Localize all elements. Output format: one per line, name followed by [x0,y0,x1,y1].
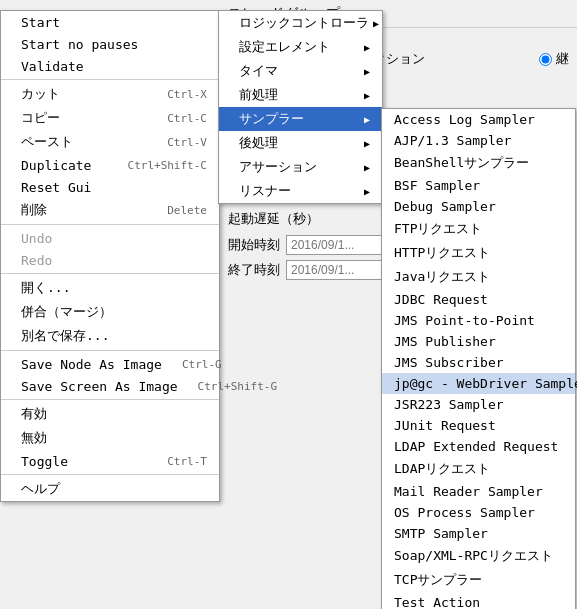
menu-item-sampler-arrow: ▶ [364,114,370,125]
menu-item-copy-label: コピー [21,109,147,127]
menu-item-enabled[interactable]: 有効 [1,402,219,426]
test-action-label: Test Action [394,595,480,609]
menu-item-delete-shortcut: Delete [167,204,207,217]
menu-item-sampler[interactable]: サンプラー ▶ [219,107,382,131]
end-time-label: 終了時刻 [228,261,280,279]
menu-item-save-node-image[interactable]: Save Node As Image Ctrl-G [1,353,219,375]
menu-item-java-request[interactable]: Javaリクエスト [382,265,575,289]
menu-item-ftp-request[interactable]: FTPリクエスト [382,217,575,241]
menu-item-save-screen-image[interactable]: Save Screen As Image Ctrl+Shift-G [1,375,219,397]
menu-item-ldap-request[interactable]: LDAPリクエスト [382,457,575,481]
menu-item-start-no-pauses[interactable]: Start no pauses [1,33,219,55]
jp-webdriver-sampler-label: jp@gc - WebDriver Sampler [394,376,577,391]
menu-item-paste[interactable]: ペースト Ctrl-V [1,130,219,154]
menu-item-save-node-image-label: Save Node As Image [21,357,162,372]
menu-item-merge[interactable]: 併合（マージ） [1,300,219,324]
menu-item-sampler-label: サンプラー [239,110,360,128]
jms-publisher-label: JMS Publisher [394,334,496,349]
menu-item-mail-reader-sampler[interactable]: Mail Reader Sampler [382,481,575,502]
menu-item-http-request[interactable]: HTTPリクエスト [382,241,575,265]
menu-item-listener-arrow: ▶ [364,186,370,197]
menu-item-ldap-extended-request[interactable]: LDAP Extended Request [382,436,575,457]
context-menu-level2: ロジックコントローラ ▶ 設定エレメント ▶ タイマ ▶ 前処理 ▶ サンプラー… [218,10,383,204]
jms-point-to-point-label: JMS Point-to-Point [394,313,535,328]
menu-item-config-element[interactable]: 設定エレメント ▶ [219,35,382,59]
separator-4 [1,350,219,351]
start-time-label: 開始時刻 [228,236,280,254]
menu-item-debug-sampler[interactable]: Debug Sampler [382,196,575,217]
menu-item-toggle-label: Toggle [21,454,147,469]
menu-item-assertion-label: アサーション [239,158,360,176]
menu-item-timer-label: タイマ [239,62,360,80]
menu-item-logic-controller[interactable]: ロジックコントローラ ▶ [219,11,382,35]
menu-item-save-screen-image-shortcut: Ctrl+Shift-G [198,380,277,393]
menu-item-copy[interactable]: コピー Ctrl-C [1,106,219,130]
menu-item-toggle-shortcut: Ctrl-T [167,455,207,468]
menu-item-start-no-pauses-label: Start no pauses [21,37,207,52]
menu-item-copy-shortcut: Ctrl-C [167,112,207,125]
continue-radio[interactable] [539,53,552,66]
menu-item-duplicate[interactable]: Duplicate Ctrl+Shift-C [1,154,219,176]
menu-item-post-processor-label: 後処理 [239,134,360,152]
menu-item-soap-xmlrpc-request[interactable]: Soap/XML-RPCリクエスト [382,544,575,568]
beanshell-sampler-label: BeanShellサンプラー [394,154,529,172]
menu-item-start[interactable]: Start [1,11,219,33]
separator-6 [1,474,219,475]
menu-item-jms-point-to-point[interactable]: JMS Point-to-Point [382,310,575,331]
menu-item-beanshell-sampler[interactable]: BeanShellサンプラー [382,151,575,175]
menu-item-validate[interactable]: Validate [1,55,219,77]
menu-item-reset-gui[interactable]: Reset Gui [1,176,219,198]
menu-item-ajp13-sampler[interactable]: AJP/1.3 Sampler [382,130,575,151]
menu-item-help[interactable]: ヘルプ [1,477,219,501]
menu-item-post-processor[interactable]: 後処理 ▶ [219,131,382,155]
menu-item-junit-request[interactable]: JUnit Request [382,415,575,436]
menu-item-jdbc-request[interactable]: JDBC Request [382,289,575,310]
menu-item-post-processor-arrow: ▶ [364,138,370,149]
menu-item-start-label: Start [21,15,207,30]
continue-label: 継 [556,50,569,68]
menu-item-pre-processor[interactable]: 前処理 ▶ [219,83,382,107]
menu-item-smtp-sampler[interactable]: SMTP Sampler [382,523,575,544]
menu-item-disabled-item[interactable]: 無効 [1,426,219,450]
menu-item-pre-processor-arrow: ▶ [364,90,370,101]
menu-item-enabled-label: 有効 [21,405,207,423]
menu-item-bsf-sampler[interactable]: BSF Sampler [382,175,575,196]
menu-item-access-log-sampler[interactable]: Access Log Sampler [382,109,575,130]
menu-item-save-as-label: 別名で保存... [21,327,207,345]
menu-item-timer[interactable]: タイマ ▶ [219,59,382,83]
ldap-extended-request-label: LDAP Extended Request [394,439,558,454]
menu-item-disabled-item-label: 無効 [21,429,207,447]
separator-1 [1,79,219,80]
context-menu-level1: Start Start no pauses Validate カット Ctrl-… [0,10,220,502]
menu-item-test-action[interactable]: Test Action [382,592,575,609]
menu-item-os-process-sampler[interactable]: OS Process Sampler [382,502,575,523]
jms-subscriber-label: JMS Subscriber [394,355,504,370]
http-request-label: HTTPリクエスト [394,244,490,262]
menu-item-listener-label: リスナー [239,182,360,200]
menu-item-redo: Redo [1,249,219,271]
menu-item-open[interactable]: 開く... [1,276,219,300]
menu-item-cut[interactable]: カット Ctrl-X [1,82,219,106]
menu-item-jms-publisher[interactable]: JMS Publisher [382,331,575,352]
separator-5 [1,399,219,400]
menu-item-save-node-image-shortcut: Ctrl-G [182,358,222,371]
menu-item-save-screen-image-label: Save Screen As Image [21,379,178,394]
menu-item-config-element-arrow: ▶ [364,42,370,53]
menu-item-assertion[interactable]: アサーション ▶ [219,155,382,179]
menu-item-delete-label: 削除 [21,201,147,219]
end-time-input[interactable] [286,260,386,280]
menu-item-save-as[interactable]: 別名で保存... [1,324,219,348]
ajp13-sampler-label: AJP/1.3 Sampler [394,133,511,148]
menu-item-tcp-sampler[interactable]: TCPサンプラー [382,568,575,592]
continue-radio-area: 継 [539,50,569,68]
menu-item-toggle[interactable]: Toggle Ctrl-T [1,450,219,472]
ftp-request-label: FTPリクエスト [394,220,482,238]
menu-item-pre-processor-label: 前処理 [239,86,360,104]
menu-item-jp-webdriver-sampler[interactable]: jp@gc - WebDriver Sampler [382,373,575,394]
menu-item-jms-subscriber[interactable]: JMS Subscriber [382,352,575,373]
jsr223-sampler-label: JSR223 Sampler [394,397,504,412]
start-time-input[interactable] [286,235,386,255]
menu-item-delete[interactable]: 削除 Delete [1,198,219,222]
menu-item-listener[interactable]: リスナー ▶ [219,179,382,203]
menu-item-jsr223-sampler[interactable]: JSR223 Sampler [382,394,575,415]
